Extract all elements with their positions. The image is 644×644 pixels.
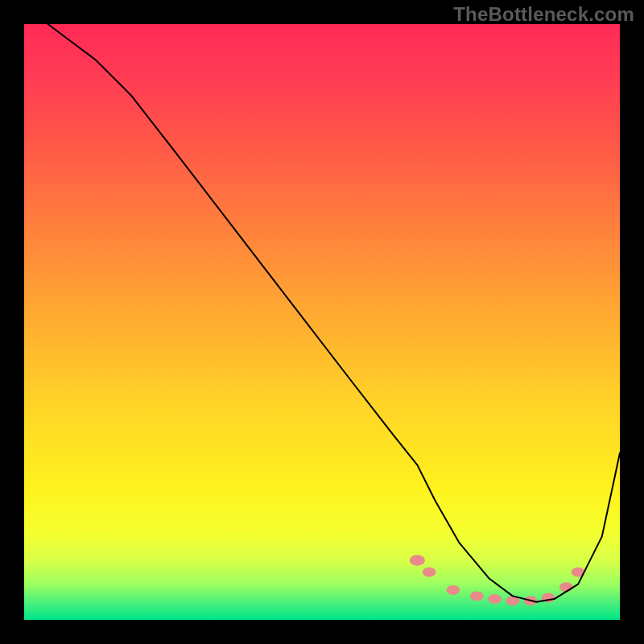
marker-dot [488, 594, 502, 604]
marker-dot [470, 591, 484, 601]
marker-dot [423, 568, 436, 577]
plot-area [24, 24, 620, 620]
marker-dot [559, 582, 573, 592]
chart-frame: TheBottleneck.com [0, 0, 644, 644]
watermark-label: TheBottleneck.com [453, 3, 634, 26]
chart-overlay [24, 24, 620, 620]
marker-group [410, 555, 585, 605]
marker-dot [446, 585, 460, 595]
curve-line [48, 24, 620, 602]
marker-dot [410, 555, 425, 566]
